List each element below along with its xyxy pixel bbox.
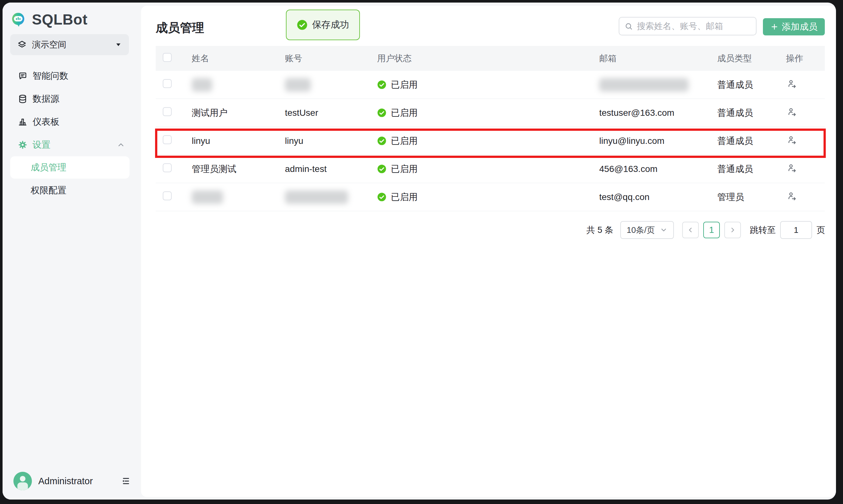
pagination-total: 共 5 条 [587,224,613,236]
sidebar-item-qa[interactable]: 智能问数 [3,65,139,87]
row-checkbox[interactable] [163,79,172,88]
sidebar-item-settings[interactable]: 设置 [3,133,139,156]
sidebar-item-label: 仪表板 [33,116,59,128]
cell-email: linyu@linyu.com [594,136,712,146]
chat-icon [18,71,28,81]
status-text: 已启用 [391,79,418,91]
select-all-checkbox[interactable] [163,53,172,62]
collapse-sidebar-button[interactable] [120,475,131,486]
page-size-select[interactable]: 10条/页 [620,221,674,239]
page-size-value: 10条/页 [627,224,660,236]
sidebar-item-datasource[interactable]: 数据源 [3,87,139,110]
row-checkbox[interactable] [163,107,172,116]
row-checkbox-cell [156,107,187,118]
row-checkbox-cell [156,163,187,175]
next-page-button[interactable] [724,222,741,238]
sidebar-subitem-members[interactable]: 成员管理 [10,156,129,179]
robot-logo-icon [9,10,28,29]
row-checkbox[interactable] [163,192,172,200]
status-text: 已启用 [391,107,418,119]
sidebar: SQLBot 演示空间 智能问数 [3,3,139,500]
cell-email: testuser@163.com [594,108,712,118]
column-header-type: 成员类型 [712,53,781,64]
table-header: 姓名 账号 用户状态 邮箱 成员类型 操作 [156,46,825,71]
prev-page-button[interactable] [682,222,699,238]
cell-status: 已启用 [372,79,594,91]
success-toast: 保存成功 [286,10,360,40]
check-circle-icon [377,80,387,89]
row-checkbox[interactable] [163,135,172,144]
workspace-label: 演示空间 [32,39,115,50]
layers-icon [17,40,27,50]
add-member-button[interactable]: 添加成员 [763,18,825,35]
cell-member-type: 管理员 [712,191,781,203]
app-window: SQLBot 演示空间 智能问数 [3,3,836,500]
cell-status: 已启用 [372,107,594,119]
column-header-actions: 操作 [781,53,825,64]
members-table: 姓名 账号 用户状态 邮箱 成员类型 操作 已启用普通成员测试用户testUse… [156,46,825,211]
cell-account: testUser [280,108,372,118]
table-row: 已启用test@qq.con管理员 [156,183,825,211]
jump-label: 跳转至 [750,224,776,236]
row-checkbox-cell [156,79,187,90]
cell-member-type: 普通成员 [712,79,781,91]
sidebar-subitem-label: 权限配置 [31,184,66,197]
sidebar-item-dashboard[interactable]: 仪表板 [3,110,139,133]
table-row: 已启用普通成员 [156,71,825,99]
cell-status: 已启用 [372,163,594,175]
table-body: 已启用普通成员测试用户testUser已启用testuser@163.com普通… [156,71,825,211]
column-header-status: 用户状态 [372,53,594,64]
current-page: 1 [709,225,714,235]
change-role-button[interactable] [786,162,797,174]
search-box [619,17,756,35]
cell-member-type: 普通成员 [712,135,781,147]
database-icon [18,94,28,104]
cell-name [187,191,280,204]
cell-account [280,78,372,92]
jump-page-input[interactable] [780,221,812,239]
pagination: 共 5 条 10条/页 1 跳转至 页 [587,221,825,239]
check-circle-icon [377,192,387,202]
status-text: 已启用 [391,191,418,203]
change-role-button[interactable] [786,78,797,90]
change-role-button[interactable] [786,106,797,118]
sidebar-subitem-label: 成员管理 [31,161,66,174]
change-role-icon [787,79,797,89]
cell-email: 456@163.com [594,164,712,174]
check-circle-icon [377,136,387,145]
cell-account: admin-test [280,164,372,174]
cell-account [280,191,372,204]
brand-name: SQLBot [32,11,87,28]
brand-logo: SQLBot [9,10,87,29]
cell-member-type: 普通成员 [712,107,781,119]
caret-down-icon [115,41,122,48]
sidebar-item-label: 数据源 [33,93,59,105]
table-row: 测试用户testUser已启用testuser@163.com普通成员 [156,99,825,127]
cell-actions [781,134,825,147]
email-redacted-blob [599,78,688,92]
workspace-selector[interactable]: 演示空间 [10,34,129,55]
change-role-button[interactable] [786,134,797,146]
sidebar-item-label: 设置 [33,139,50,151]
check-circle-icon [377,108,387,118]
account-redacted-blob [285,78,311,92]
chevron-left-icon [687,226,694,234]
toast-text: 保存成功 [312,18,349,31]
chevron-up-icon[interactable] [117,141,125,149]
cell-member-type: 普通成员 [712,163,781,175]
status-text: 已启用 [391,135,418,147]
row-checkbox[interactable] [163,163,172,172]
change-role-icon [787,107,797,117]
page-1-button[interactable]: 1 [703,222,720,238]
plus-icon [770,23,778,31]
sidebar-subitem-permissions[interactable]: 权限配置 [10,179,129,202]
cell-email: test@qq.con [594,192,712,202]
user-avatar-icon[interactable] [13,472,32,490]
bar-chart-icon [18,117,28,127]
search-icon [624,22,633,31]
change-role-button[interactable] [786,191,797,202]
search-input[interactable] [637,21,751,31]
cell-email [594,78,712,92]
user-row: Administrator [13,471,131,491]
cell-name: linyu [187,136,280,146]
